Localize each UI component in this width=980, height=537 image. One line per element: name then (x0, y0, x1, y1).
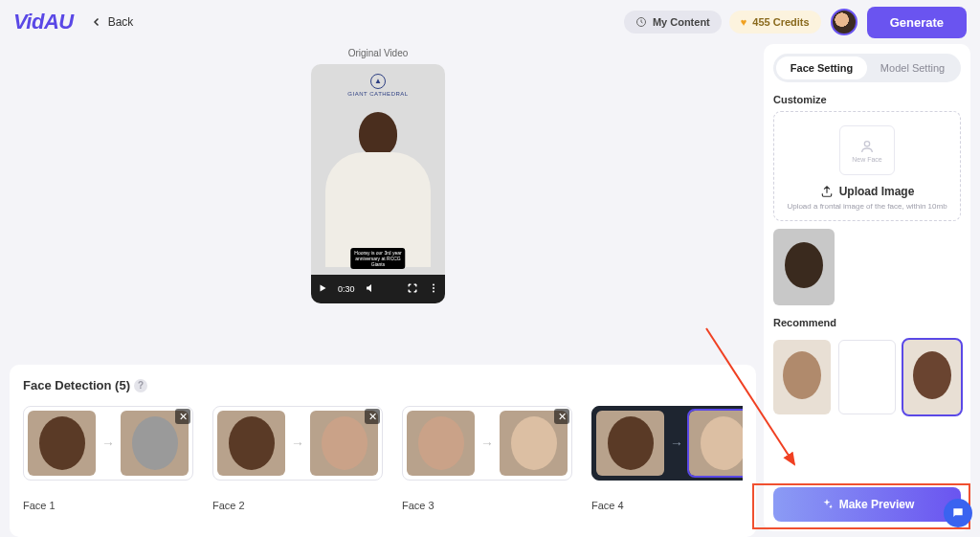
video-caption: Hooray is our 3rd year anniversary at RC… (350, 248, 405, 269)
help-icon[interactable]: ? (134, 379, 147, 392)
upload-hint: Upload a frontal image of the face, with… (782, 202, 952, 211)
face-label: Face 2 (212, 500, 383, 511)
back-button[interactable]: Back (91, 15, 134, 29)
recommend-face-1[interactable] (773, 340, 831, 414)
tab-model-setting[interactable]: Model Setting (867, 56, 958, 79)
credits-pill[interactable]: ♥ 455 Credits (729, 11, 821, 34)
face-item-4[interactable]: → ✕ Face 4 (591, 406, 743, 511)
fullscreen-icon[interactable] (407, 282, 418, 297)
recommend-row (773, 340, 961, 414)
upload-box[interactable]: New Face Upload Image Upload a frontal i… (773, 111, 961, 221)
play-icon[interactable] (317, 282, 328, 297)
channel-logo-icon: ▲ (370, 74, 386, 89)
arrow-right-icon: → (480, 436, 494, 451)
face-detection-title: Face Detection (5) ? (23, 378, 743, 392)
uploaded-face-thumbnail[interactable] (773, 229, 835, 305)
preview-area: Original Video ▲ GIANT CATHEDRAL Hooray … (0, 44, 756, 359)
close-icon[interactable]: ✕ (365, 409, 380, 424)
new-face-card[interactable]: New Face (839, 125, 895, 175)
more-icon[interactable] (428, 282, 439, 297)
recommend-face-2[interactable] (838, 340, 896, 414)
tab-face-setting[interactable]: Face Setting (776, 56, 867, 79)
video-player[interactable]: ▲ GIANT CATHEDRAL Hooray is our 3rd year… (311, 64, 445, 303)
customize-label: Customize (773, 94, 961, 105)
arrow-right-icon: → (670, 436, 683, 451)
sidebar-tabs: Face Setting Model Setting (773, 54, 961, 82)
my-content-label: My Content (653, 16, 710, 28)
channel-title: GIANT CATHEDRAL (311, 91, 445, 97)
upload-icon (820, 185, 834, 198)
close-icon[interactable]: ✕ (175, 409, 190, 424)
top-bar: VidAU Back My Content ♥ 455 Credits Gene… (0, 0, 980, 44)
volume-icon[interactable] (365, 282, 376, 297)
person-icon (859, 139, 875, 154)
video-controls: 0:30 (311, 275, 445, 303)
face-label: Face 3 (402, 500, 572, 511)
chat-icon (951, 506, 965, 520)
svg-point-3 (433, 290, 434, 292)
recommend-label: Recommend (773, 317, 961, 328)
face-label: Face 4 (591, 500, 743, 511)
svg-point-2 (433, 287, 434, 289)
back-label: Back (108, 15, 134, 29)
chevron-left-icon (91, 16, 102, 28)
video-time: 0:30 (338, 284, 355, 294)
clock-icon (635, 16, 647, 28)
face-label: Face 1 (23, 500, 193, 511)
svg-point-4 (864, 141, 869, 145)
original-video-label: Original Video (0, 48, 756, 58)
chat-support-button[interactable] (944, 499, 972, 527)
make-preview-button[interactable]: Make Preview (773, 487, 961, 522)
svg-point-1 (433, 283, 434, 285)
my-content-button[interactable]: My Content (624, 11, 722, 34)
new-face-label: New Face (852, 156, 882, 163)
arrow-right-icon: → (291, 436, 304, 451)
face-item-1[interactable]: → ✕ Face 1 (23, 406, 193, 511)
recommend-face-3[interactable] (903, 340, 961, 414)
sidebar: Face Setting Model Setting Customize New… (764, 44, 970, 531)
brand-logo: VidAU (13, 10, 74, 34)
face-item-3[interactable]: → ✕ Face 3 (402, 406, 572, 511)
avatar[interactable] (831, 9, 858, 35)
arrow-right-icon: → (101, 436, 115, 451)
upload-image-button[interactable]: Upload Image (782, 185, 952, 198)
sparkle-icon (820, 498, 834, 511)
face-detection-panel: Face Detection (5) ? → ✕ Face 1 → ✕ Face… (10, 365, 756, 537)
generate-button[interactable]: Generate (867, 7, 967, 38)
close-icon[interactable]: ✕ (554, 409, 569, 424)
credits-label: 455 Credits (752, 16, 809, 28)
face-item-2[interactable]: → ✕ Face 2 (212, 406, 383, 511)
heart-icon: ♥ (741, 16, 747, 28)
